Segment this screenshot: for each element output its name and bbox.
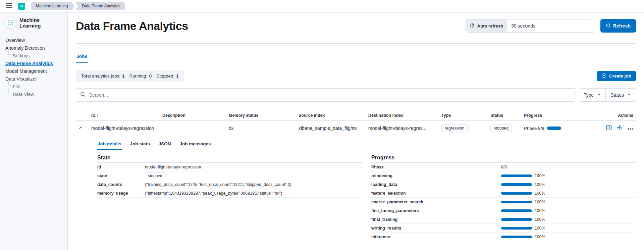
total-jobs-label: Total analytics jobs: [81, 73, 120, 79]
cell-source-index: kibana_sample_data_flights [296, 121, 366, 136]
type-filter-button[interactable]: Type [579, 89, 605, 101]
tab-job-details[interactable]: Job details [97, 138, 122, 150]
auto-refresh-interval-input[interactable]: 30 seconds [507, 19, 595, 32]
chevron-up-icon [78, 126, 83, 131]
running-jobs-value: 0 [149, 73, 152, 79]
sidebar-item-anomaly-detection[interactable]: Anomaly Detection [5, 44, 62, 52]
column-header-actions: Actions [572, 110, 636, 121]
state-section-title: State [97, 155, 362, 163]
plus-in-circle-icon [601, 73, 606, 79]
progress-phase-label: Phase 8/8 [524, 126, 544, 131]
space-avatar[interactable]: D [18, 3, 25, 10]
sidebar-nav: Overview Anomaly Detection Settings Data… [5, 37, 62, 98]
progress-row: final_training 100% [371, 215, 636, 224]
create-job-button[interactable]: Create job [597, 71, 636, 81]
auto-refresh-control: Auto refresh 30 seconds [466, 19, 595, 33]
total-jobs-value: 1 [122, 73, 125, 79]
tab-job-stats[interactable]: Job stats [130, 138, 150, 150]
state-row-state: state stopped [97, 171, 362, 180]
search-input[interactable] [89, 92, 572, 98]
table-row: model-flight-delays-regression ok kibana… [76, 121, 636, 136]
collapse-row-button[interactable] [78, 126, 83, 131]
progress-row: feature_selection 100% [371, 189, 636, 198]
boxes-horizontal-icon [628, 126, 633, 131]
tab-job-messages[interactable]: Job messages [179, 138, 211, 150]
progress-row: inference 100% [371, 233, 636, 241]
column-header-status: Status [488, 110, 521, 121]
progress-row: reindexing 100% [371, 171, 636, 180]
sort-ascending-icon: ↑ [97, 113, 99, 118]
filter-group: Type Status [579, 88, 636, 102]
state-badge: stopped [145, 172, 165, 179]
phase-value: 8/8 [501, 165, 507, 169]
breadcrumb: Machine Learning Data Frame Analytics [31, 2, 125, 10]
breadcrumb-machine-learning[interactable]: Machine Learning [31, 2, 74, 10]
sidebar-item-data-view[interactable]: Data View [8, 91, 62, 98]
refresh-button[interactable]: Refresh [600, 19, 636, 33]
progress-row-phase: Phase 8/8 [371, 163, 636, 171]
expanded-row-details: Job details Job stats JSON Job messages … [97, 138, 636, 241]
sidebar-title: Machine Learning [19, 17, 62, 29]
sidebar-item-data-visualizer[interactable]: Data Visualizer [5, 75, 62, 83]
progress-row: fine_tuning_parameters 100% [371, 206, 636, 215]
page-title: Data Frame Analytics [76, 19, 188, 33]
phase-progress-bar [501, 201, 532, 203]
sidebar: Machine Learning Overview Anomaly Detect… [0, 12, 68, 250]
main-content: Data Frame Analytics Auto refresh [68, 12, 644, 250]
phase-progress-bar [501, 236, 532, 238]
progress-phase-list: reindexing 100% loading_data [371, 171, 636, 241]
column-header-id[interactable]: ID↑ [89, 110, 160, 121]
table-details-icon [606, 125, 612, 132]
cell-memory-status: ok [226, 121, 296, 136]
header-divider [76, 43, 636, 44]
column-header-source-index: Source index [296, 110, 366, 121]
sidebar-item-overview[interactable]: Overview [5, 37, 62, 44]
state-section: State id model-flight-delays-regression … [97, 155, 362, 241]
type-badge: regression [441, 124, 468, 132]
column-header-type: Type [439, 110, 488, 121]
job-stats-bar: Total analytics jobs: 1 Running: 0 Stopp… [76, 70, 184, 82]
status-filter-button[interactable]: Status [605, 89, 636, 101]
analytics-jobs-table: ID↑ Description Memory status Source ind… [76, 110, 636, 136]
menu-toggle-button[interactable] [4, 1, 14, 11]
sidebar-item-data-frame-analytics[interactable]: Data Frame Analytics [5, 60, 62, 67]
phase-progress-bar [501, 174, 532, 177]
refresh-icon [606, 23, 610, 29]
breadcrumb-data-frame-analytics[interactable]: Data Frame Analytics [75, 2, 125, 10]
phase-progress-bar [501, 183, 532, 186]
map-nodes-icon [617, 125, 623, 132]
hamburger-icon [6, 3, 12, 9]
expand-column-header [76, 110, 89, 121]
tab-json[interactable]: JSON [158, 138, 171, 150]
phase-progress-bar [501, 218, 532, 221]
progress-bar [547, 127, 561, 130]
tab-jobs[interactable]: Jobs [76, 51, 88, 63]
state-row-data-counts: data_counts {"training_docs_count":1245,… [97, 180, 362, 189]
phase-progress-bar [501, 209, 532, 212]
column-header-memory-status: Memory status [226, 110, 296, 121]
cell-id[interactable]: model-flight-delays-regression [89, 121, 160, 136]
view-job-details-button[interactable] [606, 125, 612, 132]
sidebar-item-file[interactable]: File [8, 83, 62, 91]
status-badge: stopped [490, 124, 512, 132]
column-header-progress: Progress [521, 110, 572, 121]
search-icon [80, 92, 86, 98]
cell-destination-index: model-flight-delays-regres... [366, 121, 439, 136]
running-jobs-label: Running: [129, 73, 148, 79]
cell-description [160, 121, 226, 136]
sidebar-item-settings[interactable]: Settings [8, 52, 62, 60]
main-tabs: Jobs [76, 51, 636, 63]
progress-section: Progress Phase 8/8 reindexing 100% [371, 155, 636, 241]
auto-refresh-toggle[interactable]: Auto refresh [466, 19, 507, 32]
top-header-bar: D Machine Learning Data Frame Analytics [0, 0, 644, 12]
sidebar-item-model-management[interactable]: Model Management [5, 67, 62, 75]
stopped-jobs-label: Stopped: [156, 73, 174, 79]
progress-section-title: Progress [371, 155, 636, 163]
progress-row: writing_results 100% [371, 224, 636, 233]
phase-progress-bar [501, 227, 532, 230]
state-row-memory-usage: memory_usage {"timestamp":1643193288297,… [97, 189, 362, 198]
details-tabs: Job details Job stats JSON Job messages [97, 138, 636, 150]
row-actions-menu-button[interactable] [628, 126, 633, 131]
column-header-destination-index: Destination index [366, 110, 439, 121]
analytics-map-button[interactable] [617, 125, 623, 132]
